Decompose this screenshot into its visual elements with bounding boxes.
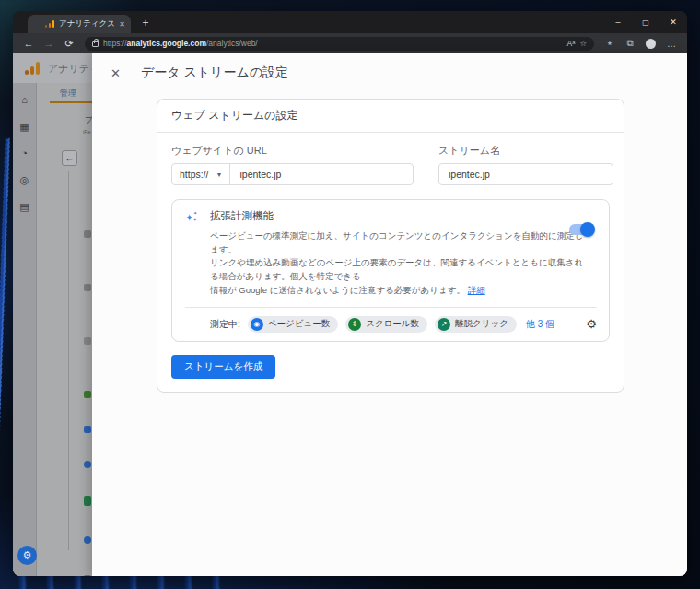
stream-name-group: ストリーム名 ipentec.jp [438,144,613,185]
protocol-select[interactable]: https:// ▼ [172,164,230,184]
window-controls: – ▢ ✕ [604,11,687,33]
measuring-row: 測定中: ◉ ページビュー数 ⇕ スクロール数 ↗ 離脱ク [183,316,597,333]
admin-list-icon [84,575,91,576]
new-tab-button[interactable]: + [138,17,153,29]
stream-name-input[interactable]: ipentec.jp [438,163,613,185]
outbound-click-icon: ↗ [438,318,450,331]
admin-tab-underline [50,101,92,103]
enhanced-measurement-section: ✦✦✦ 拡張計測機能 ページビューの標準測定に加え、サイトのコンテンツとのインタ… [171,199,610,342]
enhanced-measurement-title: 拡張計測機能 [210,209,586,223]
gear-icon[interactable]: ⚙ [586,317,597,331]
admin-divider-line [68,171,69,550]
admin-gear-icon[interactable]: ⚙ [18,546,37,565]
profile-avatar[interactable] [646,39,656,49]
admin-list-icon [84,337,91,345]
back-icon[interactable]: ← [20,38,37,49]
dialog-close-icon[interactable]: ✕ [111,66,121,80]
property-column-text: プ [85,114,92,126]
section-divider [185,307,597,308]
tab-groups-icon[interactable]: ⧉ [622,38,638,49]
product-link-icon [84,426,91,433]
create-stream-button[interactable]: ストリームを作成 [171,355,275,379]
reports-icon[interactable]: ▦ [19,121,29,132]
forward-icon[interactable]: → [41,38,57,49]
collections-icon[interactable]: ⭒ [601,38,618,49]
web-stream-card: ウェブ ストリームの設定 ウェブサイトの URL https:// ▼ ipen… [157,99,624,393]
website-url-input-group: https:// ▼ ipentec.jp [171,163,414,185]
favorite-star-icon[interactable]: ☆ [579,39,587,48]
product-link-icon [84,536,91,544]
badge-scrolls: ⇕ スクロール数 [345,316,427,333]
browser-window: アナリティクス ✕ + – ▢ ✕ ← → ⟳ https://analytic… [13,11,687,576]
website-url-group: ウェブサイトの URL https:// ▼ ipentec.jp [171,144,414,185]
read-aloud-icon[interactable]: Aᵃ [567,39,576,48]
enhanced-measurement-toggle[interactable] [569,224,594,235]
browser-toolbar: ← → ⟳ https://analytics.google.com/analy… [13,33,687,53]
explore-icon[interactable]: ◔ [21,147,28,159]
back-arrow-button[interactable]: ← [62,150,77,166]
browser-menu-icon[interactable]: … [663,39,680,49]
more-items-link[interactable]: 他 3 個 [526,318,554,331]
website-url-label: ウェブサイトの URL [171,144,414,158]
lock-icon [92,41,99,47]
badge-outbound-clicks: ↗ 離脱クリック [435,316,517,333]
enhanced-measurement-description: ページビューの標準測定に加え、サイトのコンテンツとのインタラクションを自動的に測… [210,230,586,298]
close-button[interactable]: ✕ [659,11,687,33]
minimize-button[interactable]: – [604,11,632,33]
refresh-icon[interactable]: ⟳ [61,38,77,50]
maximize-button[interactable]: ▢ [632,11,659,33]
admin-library-icon[interactable]: ▤ [19,201,29,212]
measuring-label: 測定中: [210,318,240,331]
details-link[interactable]: 詳細 [468,285,485,295]
data-stream-settings-dialog: ✕ データ ストリームの設定 ウェブ ストリームの設定 ウェブサイトの URL … [92,53,687,576]
analytics-favicon [45,20,54,28]
analytics-app: アナリティクス ⌂ ▦ ◔ ◎ ▤ ⚙ 管理 プ iPe ← [13,53,687,576]
nav-rail: ⌂ ▦ ◔ ◎ ▤ ⚙ [13,83,37,576]
url-text[interactable]: https://analytics.google.com/analytics/w… [103,39,563,48]
card-header: ウェブ ストリームの設定 [158,100,624,133]
dialog-title: データ ストリームの設定 [141,65,288,81]
eye-icon: ◉ [251,318,263,331]
chevron-down-icon: ▼ [216,171,223,178]
product-link-icon [84,461,91,468]
scroll-icon: ⇕ [348,318,361,331]
admin-tab-label[interactable]: 管理 [60,88,76,100]
sparkle-icon: ✦✦✦ [183,209,210,298]
browser-titlebar: アナリティクス ✕ + – ▢ ✕ [13,11,687,33]
tab-close-icon[interactable]: ✕ [119,20,125,29]
admin-list-icon [84,284,91,291]
advertising-icon[interactable]: ◎ [20,174,29,185]
badge-pageviews: ◉ ページビュー数 [248,316,338,333]
dialog-header: ✕ データ ストリームの設定 [92,53,687,81]
dimmed-admin-page: 管理 プ iPe ← [38,83,92,576]
browser-tab-analytics[interactable]: アナリティクス ✕ [28,15,131,33]
tab-title: アナリティクス [59,18,114,29]
website-url-input[interactable]: ipentec.jp [230,169,290,180]
home-icon[interactable]: ⌂ [21,94,28,105]
product-link-icon [84,496,91,506]
admin-list-icon [84,230,91,238]
stream-name-label: ストリーム名 [438,144,613,158]
property-sub-text: iPe [83,129,91,135]
analytics-logo [25,62,40,75]
product-link-icon [84,391,91,398]
address-bar[interactable]: https://analytics.google.com/analytics/w… [85,37,594,51]
